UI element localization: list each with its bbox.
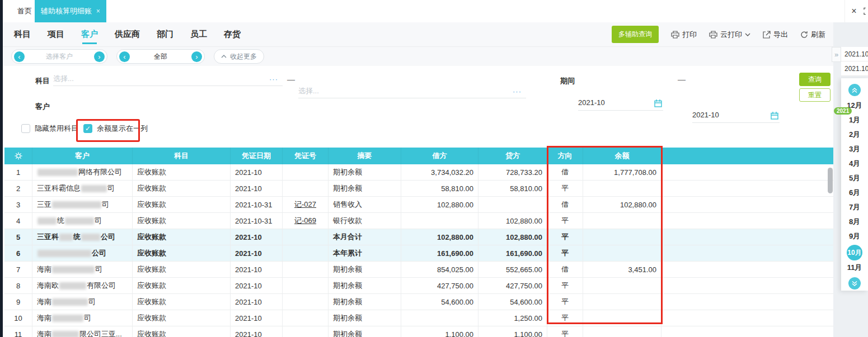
close-icon[interactable]: ×	[844, 0, 863, 22]
cloud-print-button[interactable]: 云打印	[709, 30, 750, 40]
nav-tab-2[interactable]: 客户	[81, 25, 98, 44]
header-subject[interactable]: 科目	[133, 148, 231, 164]
header-balance[interactable]: 余额	[583, 148, 661, 164]
header-credit[interactable]: 贷方	[478, 148, 547, 164]
table-row[interactable]: 10海南司应收账款2021-10期初余额1,250.00平	[4, 310, 833, 326]
month-item[interactable]: 8月	[846, 215, 863, 229]
nav-tab-0[interactable]: 科目	[14, 25, 31, 44]
nav-tab-3[interactable]: 供应商	[115, 25, 140, 44]
month-item[interactable]: 7月	[846, 200, 863, 215]
double-chevron-up-icon	[851, 87, 858, 93]
prev-customer-icon[interactable]: ‹	[14, 51, 25, 62]
cell-row-number: 1	[4, 164, 32, 180]
redacted-text	[81, 185, 107, 192]
table-row[interactable]: 1网络有限公司应收账款2021-10期初余额3,734,032.20728,73…	[4, 164, 833, 181]
hide-disabled-checkbox[interactable]	[21, 124, 30, 133]
scope-selector[interactable]: ‹ 全部 ›	[116, 49, 205, 64]
subject-to-picker-icon[interactable]: ···	[513, 87, 522, 96]
refresh-button[interactable]: 刷新	[800, 30, 825, 40]
next-scope-icon[interactable]: ›	[191, 51, 202, 62]
cell-voucher-no	[283, 294, 329, 310]
table-row[interactable]: 2三亚科霸信息司应收账款2021-10期初余额58,810.0058,810.0…	[4, 181, 833, 197]
fullscreen-icon[interactable]	[864, 0, 868, 22]
header-voucher-no[interactable]: 凭证号	[283, 148, 329, 164]
cell-voucher-date: 2021-10	[231, 262, 283, 277]
cell-debit: 102,880.00	[401, 229, 478, 245]
cell-customer: 海南司	[32, 262, 133, 277]
cell-row-number: 4	[4, 213, 32, 229]
period-box-2[interactable]: 2021.10	[841, 61, 868, 76]
print-button[interactable]: 打印	[671, 30, 697, 40]
month-item[interactable]: 10月	[847, 245, 862, 260]
hide-disabled-option[interactable]: 隐藏禁用科目	[21, 124, 78, 134]
nav-tab-4[interactable]: 部门	[157, 25, 173, 44]
collapse-more-button[interactable]: 收起更多	[214, 49, 264, 64]
header-debit[interactable]: 借方	[401, 148, 478, 164]
subject-from-picker-icon[interactable]: ···	[269, 75, 278, 83]
month-item[interactable]: 3月	[846, 142, 863, 156]
header-summary[interactable]: 摘要	[329, 148, 401, 164]
month-item[interactable]: 1月	[846, 113, 863, 127]
balance-one-column-option[interactable]: ✓ 余额显示在一列	[83, 124, 148, 134]
expand-panel-button[interactable]: »	[832, 47, 841, 62]
table-row[interactable]: 6公司应收账款2021-10本年累计161,690.00161,690.00平	[4, 245, 833, 262]
month-item[interactable]: 6月	[846, 186, 863, 200]
period-box-1[interactable]: 2021.10	[841, 47, 868, 61]
balance-one-column-checkbox[interactable]: ✓	[83, 124, 92, 133]
month-item[interactable]: 9月	[846, 229, 863, 244]
redacted-text	[52, 331, 79, 337]
subject-from-input[interactable]: 选择... ···	[53, 74, 283, 86]
table-scrollbar-thumb[interactable]	[828, 168, 833, 193]
table-row[interactable]: 9海南司应收账款2021-10期初余额54,600.0054,600.00平	[4, 294, 833, 310]
nav-tab-1[interactable]: 项目	[48, 25, 64, 44]
table-row[interactable]: 8海南欧有限公司应收账款2021-10期初余额427,750.00427,750…	[4, 278, 833, 294]
scroll-down-button[interactable]	[848, 277, 861, 289]
month-item[interactable]: 4月	[846, 156, 863, 171]
cell-direction: 平	[547, 229, 583, 245]
next-customer-icon[interactable]: ›	[94, 51, 105, 62]
query-button[interactable]: 查询	[799, 73, 831, 86]
calendar-icon[interactable]	[654, 99, 662, 109]
period-from-input[interactable]: 2021-10	[578, 98, 663, 111]
reset-button[interactable]: 重置	[799, 88, 831, 102]
cell-voucher-no	[283, 278, 329, 293]
scroll-up-button[interactable]	[848, 84, 861, 96]
table-row[interactable]: 11海南限公司三亚...应收账款2021-10期初余额1,100.001,100…	[4, 326, 833, 337]
cell-customer: 海南欧有限公司	[32, 278, 133, 293]
cell-balance	[583, 326, 661, 337]
cell-credit: 54,600.00	[478, 294, 547, 310]
calendar-icon[interactable]	[771, 112, 778, 121]
cell-direction: 平	[547, 245, 583, 261]
cell-credit: 1,100.00	[478, 326, 547, 337]
subject-to-input[interactable]: 选择... ···	[298, 86, 526, 98]
cell-direction: 借	[547, 197, 583, 212]
header-voucher-date[interactable]: 凭证日期	[231, 148, 283, 164]
table-row[interactable]: 5三亚科统公司应收账款2021-10本月合计102,880.00102,880.…	[4, 229, 833, 245]
multi-aux-query-button[interactable]: 多辅助查询	[612, 26, 659, 43]
prev-scope-icon[interactable]: ‹	[119, 51, 130, 62]
gear-icon[interactable]	[4, 148, 32, 164]
category-nav: 科目项目客户供应商部门员工存货 多辅助查询 打印 云打印 导出 刷新	[3, 22, 833, 47]
period-to-input[interactable]: 2021-10	[692, 111, 780, 123]
nav-tab-5[interactable]: 员工	[190, 25, 207, 44]
month-item[interactable]: 2月	[846, 127, 863, 142]
month-item[interactable]: 11月	[846, 260, 863, 275]
cell-voucher-no	[283, 262, 329, 277]
cell-row-number: 8	[4, 278, 32, 293]
table-row[interactable]: 4统司应收账款2021-10-31记-069银行收款102,880.00平	[4, 213, 833, 229]
export-button[interactable]: 导出	[763, 30, 788, 40]
table-row[interactable]: 3三亚司应收账款2021-10-31记-027销售收入102,880.00借10…	[4, 197, 833, 213]
header-direction[interactable]: 方向	[547, 148, 583, 164]
header-customer[interactable]: 客户	[32, 148, 133, 164]
voucher-link[interactable]: 记-069	[294, 216, 316, 226]
cell-voucher-no: 记-069	[283, 213, 329, 229]
customer-selector[interactable]: ‹ 选择客户 ›	[11, 49, 107, 64]
balance-one-column-label: 余额显示在一列	[97, 124, 148, 134]
tab-close-icon[interactable]: ×	[96, 7, 100, 15]
cell-summary: 期初余额	[329, 262, 401, 277]
tab-aux-ledger[interactable]: 辅助核算明细账 ×	[35, 0, 106, 22]
month-item[interactable]: 5月	[846, 171, 863, 186]
table-row[interactable]: 7海南司应收账款2021-10期初余额854,025.00552,665.00借…	[4, 262, 833, 278]
nav-tab-6[interactable]: 存货	[224, 25, 241, 44]
voucher-link[interactable]: 记-027	[294, 200, 316, 210]
